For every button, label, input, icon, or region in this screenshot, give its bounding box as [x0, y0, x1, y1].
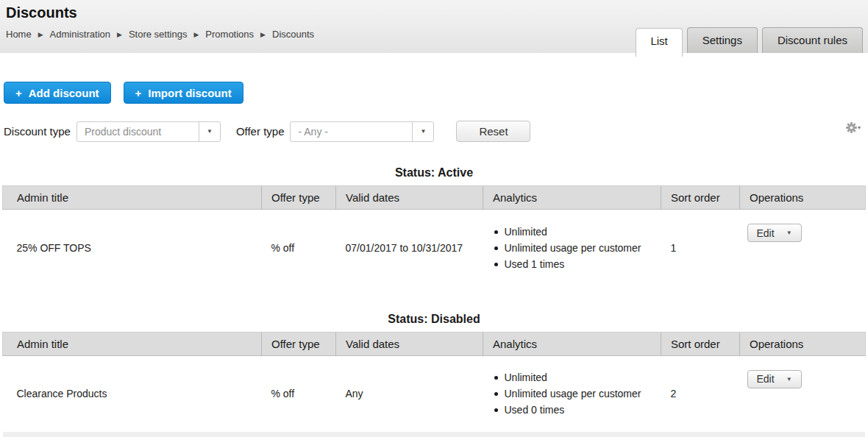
breadcrumb-link-store-settings[interactable]: Store settings	[129, 29, 188, 40]
tab-settings[interactable]: Settings	[687, 27, 758, 53]
cell-offer-type: % off	[262, 210, 336, 286]
edit-label: Edit	[757, 227, 775, 239]
chevron-down-icon: ▼	[786, 230, 792, 236]
plus-icon: +	[135, 87, 142, 99]
col-header-sort-order: Sort order	[661, 186, 740, 210]
edit-label: Edit	[757, 373, 775, 385]
filter-bar: Discount type Product discount ▼ Offer t…	[4, 121, 868, 142]
discount-type-select[interactable]: Product discount ▼	[77, 121, 221, 142]
chevron-down-icon: ▾	[858, 124, 861, 131]
col-header-offer-type: Offer type	[262, 332, 336, 355]
offer-type-select[interactable]: - Any - ▼	[290, 121, 434, 142]
analytics-item: Used 0 times	[493, 402, 661, 418]
reset-button[interactable]: Reset	[456, 121, 530, 142]
analytics-item: Unlimited usage per customer	[493, 386, 661, 402]
breadcrumb-separator-icon: ▶	[260, 31, 266, 38]
analytics-item: Unlimited	[493, 224, 661, 240]
breadcrumb-separator-icon: ▶	[193, 31, 199, 38]
col-header-sort-order: Sort order	[661, 332, 740, 355]
breadcrumb-link-administration[interactable]: Administration	[50, 29, 110, 40]
breadcrumb-separator-icon: ▶	[117, 31, 122, 38]
cell-operations: Edit ▼	[740, 355, 866, 432]
main-content: + Add discount + Import discount Discoun…	[0, 82, 868, 437]
cell-sort-order: 1	[661, 210, 740, 286]
footer-strip	[3, 432, 865, 437]
cell-analytics: Unlimited Unlimited usage per customer U…	[483, 210, 661, 286]
breadcrumb-link-promotions[interactable]: Promotions	[205, 29, 254, 40]
chevron-down-icon: ▼	[199, 122, 220, 141]
import-discount-button[interactable]: + Import discount	[124, 82, 243, 104]
discount-type-value: Product discount	[77, 126, 199, 138]
analytics-item: Used 1 times	[493, 256, 661, 272]
section-caption-active: Status: Active	[0, 166, 868, 180]
offer-type-label: Offer type	[236, 125, 285, 138]
tab-list[interactable]: List	[636, 28, 682, 57]
primary-tabs: List Settings Discount rules	[636, 27, 863, 53]
col-header-operations: Operations	[740, 186, 866, 210]
breadcrumb-current-discounts: Discounts	[272, 29, 314, 40]
discounts-table-disabled: Admin title Offer type Valid dates Analy…	[2, 332, 866, 433]
analytics-item: Unlimited usage per customer	[493, 240, 661, 256]
breadcrumb-separator-icon: ▶	[38, 31, 43, 38]
table-header-row: Admin title Offer type Valid dates Analy…	[3, 186, 866, 210]
cell-operations: Edit ▼	[740, 210, 866, 286]
settings-menu[interactable]: ▾	[846, 122, 861, 133]
gear-icon	[846, 122, 857, 133]
col-header-valid-dates: Valid dates	[336, 332, 483, 355]
edit-dropbutton[interactable]: Edit ▼	[747, 370, 802, 388]
page-header: Discounts Home ▶ Administration ▶ Store …	[0, 0, 868, 53]
col-header-operations: Operations	[740, 332, 866, 355]
add-discount-label: Add discount	[29, 87, 99, 99]
table-header-row: Admin title Offer type Valid dates Analy…	[3, 332, 866, 355]
chevron-down-icon: ▼	[412, 122, 433, 141]
page-title: Discounts	[0, 0, 868, 21]
table-row: Clearance Products % off Any Unlimited U…	[3, 355, 866, 432]
cell-admin-title: Clearance Products	[3, 355, 262, 432]
table-row: 25% OFF TOPS % off 07/01/2017 to 10/31/2…	[3, 210, 866, 286]
cell-admin-title: 25% OFF TOPS	[3, 210, 262, 286]
analytics-item: Unlimited	[493, 369, 661, 386]
plus-icon: +	[15, 87, 22, 99]
breadcrumb-link-home[interactable]: Home	[6, 29, 32, 40]
discounts-table-active: Admin title Offer type Valid dates Analy…	[2, 185, 866, 286]
col-header-analytics: Analytics	[483, 332, 661, 355]
import-discount-label: Import discount	[148, 87, 231, 99]
offer-type-value: - Any -	[291, 126, 412, 138]
add-discount-button[interactable]: + Add discount	[4, 82, 111, 104]
cell-offer-type: % off	[262, 355, 336, 432]
section-caption-disabled: Status: Disabled	[0, 313, 868, 326]
chevron-down-icon: ▼	[786, 376, 792, 383]
edit-dropbutton[interactable]: Edit ▼	[747, 224, 802, 242]
col-header-analytics: Analytics	[483, 186, 661, 210]
col-header-offer-type: Offer type	[262, 186, 336, 210]
cell-valid-dates: Any	[336, 355, 483, 432]
cell-valid-dates: 07/01/2017 to 10/31/2017	[336, 210, 483, 286]
col-header-admin-title: Admin title	[3, 332, 262, 355]
discount-type-label: Discount type	[4, 125, 71, 138]
col-header-valid-dates: Valid dates	[336, 186, 483, 210]
col-header-admin-title: Admin title	[3, 186, 262, 210]
action-buttons: + Add discount + Import discount	[4, 82, 868, 104]
tab-discount-rules[interactable]: Discount rules	[762, 27, 863, 53]
cell-analytics: Unlimited Unlimited usage per customer U…	[483, 355, 661, 432]
cell-sort-order: 2	[661, 355, 740, 432]
